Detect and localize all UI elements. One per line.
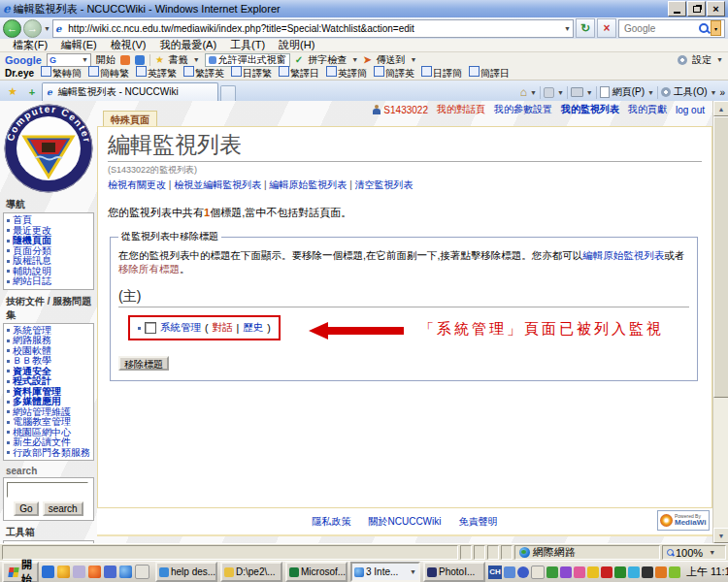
search-input[interactable] — [622, 22, 697, 35]
sidebar-item-admin-services[interactable]: 行政部門各類服務 — [5, 448, 92, 459]
link-edit-raw-watchlist-2[interactable]: 編輯原始監視列表 — [582, 249, 664, 261]
sidebar-item-home[interactable]: 首頁 — [5, 215, 92, 226]
username-link[interactable]: S1433022 — [383, 105, 428, 115]
tray-printer-icon[interactable] — [504, 566, 515, 578]
menu-favorites[interactable]: 我的最愛(A) — [152, 38, 223, 52]
about-link[interactable]: 關於NCUCCWiki — [369, 515, 442, 529]
tray-icon[interactable] — [531, 566, 545, 579]
page-menu-button[interactable]: 網頁(P) — [612, 85, 645, 99]
tray-icon[interactable] — [669, 566, 680, 578]
tray-icon[interactable] — [587, 566, 599, 578]
menu-tools[interactable]: 工具(T) — [223, 38, 272, 52]
wiki-search-input[interactable] — [7, 482, 88, 498]
go-icon[interactable] — [120, 55, 130, 65]
feeds-icon[interactable] — [544, 87, 554, 98]
link-edit-raw-watchlist[interactable]: 編輯原始監視列表 — [269, 179, 347, 190]
favorites-center-button[interactable]: ★ — [3, 83, 22, 100]
tray-icon[interactable] — [574, 566, 585, 578]
mediawiki-badge[interactable]: Powered ByMediaWiki — [657, 510, 710, 531]
disclaimer-link[interactable]: 免責聲明 — [459, 515, 498, 529]
sidebar-item-help[interactable]: 輔助說明 — [5, 267, 92, 277]
item-talk-link[interactable]: 對話 — [213, 321, 233, 335]
back-button[interactable]: ← — [3, 19, 21, 38]
url-dropdown-icon[interactable]: ▼ — [564, 25, 571, 32]
privacy-link[interactable]: 隱私政策 — [313, 515, 351, 529]
logout-link[interactable]: log out — [676, 105, 705, 115]
dreye-trad-to-jp[interactable]: 繁譯日 — [279, 66, 319, 81]
site-logo[interactable]: Computer Center www.cc.ncu.edu.tw — [4, 104, 93, 193]
sidebar-item-database[interactable]: 資料庫管理 — [5, 387, 92, 398]
refresh-button[interactable]: ↻ — [576, 18, 595, 38]
scrollbar-thumb[interactable] — [713, 116, 728, 398]
dreye-jp-to-simp[interactable]: 日譯簡 — [421, 66, 462, 81]
forward-button[interactable]: → — [23, 19, 42, 38]
bookmarks-button[interactable]: 書籤 — [169, 53, 188, 67]
dreye-en-to-simp[interactable]: 英譯簡 — [326, 66, 367, 81]
stop-button[interactable]: × — [597, 18, 616, 38]
new-tab-button[interactable] — [220, 85, 236, 101]
task-excel[interactable]: Microsof... — [285, 562, 347, 582]
menu-file[interactable]: 檔案(F) — [6, 38, 54, 52]
vertical-scrollbar[interactable]: ▲ ▼ — [712, 101, 728, 543]
sidebar-item-site-log[interactable]: 網站日誌 — [5, 276, 92, 287]
item-history-link[interactable]: 歷史 — [243, 321, 263, 335]
sidebar-item-random-page[interactable]: 隨機頁面 — [5, 236, 92, 246]
bookmark-star-icon[interactable]: ★ — [155, 54, 164, 65]
dreye-trad-to-en[interactable]: 繁譯英 — [183, 66, 224, 81]
sidebar-item-campus-software[interactable]: 校園軟體 — [5, 346, 92, 357]
tray-help-icon[interactable] — [517, 566, 529, 578]
sidebar-item-bb-teaching[interactable]: ＢＢ教學 — [5, 356, 92, 367]
sidebar-item-security[interactable]: 資通安全 — [5, 367, 92, 377]
sendto-button[interactable]: 傳送到 — [377, 53, 406, 67]
menu-help[interactable]: 說明(H) — [272, 38, 321, 52]
quicklaunch-icon[interactable] — [104, 566, 116, 578]
sidebar-item-site-maintenance[interactable]: 網站管理維護 — [5, 407, 92, 418]
tools-menu-button[interactable]: 工具(O) — [674, 85, 707, 99]
dreye-simp-to-jp[interactable]: 簡譯日 — [469, 66, 510, 81]
toolbar-overflow-button[interactable]: » — [719, 87, 725, 98]
dreye-jp-to-trad[interactable]: 日譯繁 — [231, 66, 272, 81]
quicklaunch-firefox-icon[interactable] — [88, 566, 101, 578]
search-options-icon[interactable]: ▾ — [711, 20, 721, 36]
google-start-button[interactable]: 開始 — [96, 53, 116, 67]
sidebar-item-classroom[interactable]: 電腦教室管理 — [5, 417, 92, 428]
dreye-simp-to-trad[interactable]: 簡轉繁 — [88, 66, 129, 81]
start-button[interactable]: 開始 — [2, 562, 39, 582]
tray-icon[interactable] — [614, 566, 626, 578]
dreye-en-to-trad[interactable]: 英譯繁 — [136, 66, 177, 81]
tray-icon[interactable] — [601, 566, 612, 578]
task-ie-group[interactable]: 3 Inte...▼ — [350, 562, 420, 582]
url-input[interactable] — [66, 22, 562, 35]
zoom-control[interactable]: 100% ▼ — [662, 545, 726, 560]
dreye-trad-to-simp[interactable]: 繁轉簡 — [41, 66, 82, 81]
sidebar-item-recent-changes[interactable]: 最近更改 — [5, 226, 92, 237]
sidebar-item-sysadmin[interactable]: 系統管理 — [5, 326, 92, 337]
google-search-field[interactable]: G▼ — [47, 53, 91, 67]
remove-titles-button[interactable]: 移除標題 — [118, 356, 169, 371]
tray-icon[interactable] — [642, 566, 653, 578]
quicklaunch-icon[interactable] — [57, 566, 70, 578]
tray-icon[interactable] — [560, 566, 572, 578]
restore-button[interactable] — [687, 1, 706, 16]
sidebar-item-copyright[interactable]: 版權訊息 — [5, 256, 92, 267]
sidebar-item-categories[interactable]: 頁面分類 — [5, 246, 92, 257]
my-talk-link[interactable]: 我的對話頁 — [437, 103, 485, 116]
print-icon[interactable] — [571, 87, 583, 97]
ime-language-indicator[interactable]: CH — [488, 566, 502, 579]
popup-blocker-button[interactable]: 允許彈出式視窗 — [205, 53, 290, 67]
spellcheck-button[interactable]: 拼字檢查 — [308, 53, 347, 67]
link-view-edit-watchlist[interactable]: 檢視並編輯監視列表 — [174, 179, 261, 190]
tray-icon[interactable] — [655, 566, 667, 578]
scroll-up-icon[interactable]: ▲ — [713, 101, 728, 116]
task-help-desk[interactable]: help des... — [155, 562, 217, 582]
sidebar-item-taoyuan-center[interactable]: 桃園區網中心 — [5, 428, 92, 438]
quicklaunch-ie-icon[interactable] — [119, 566, 132, 578]
close-button[interactable]: × — [707, 1, 725, 16]
show-desktop-icon[interactable] — [135, 565, 149, 579]
go-button[interactable]: Go — [14, 501, 38, 516]
info-icon[interactable] — [135, 55, 145, 65]
scroll-down-icon[interactable]: ▼ — [713, 528, 728, 543]
tray-icon[interactable] — [628, 566, 640, 578]
item-page-link[interactable]: 系統管理 — [160, 321, 201, 335]
quicklaunch-messenger-icon[interactable] — [42, 566, 54, 578]
